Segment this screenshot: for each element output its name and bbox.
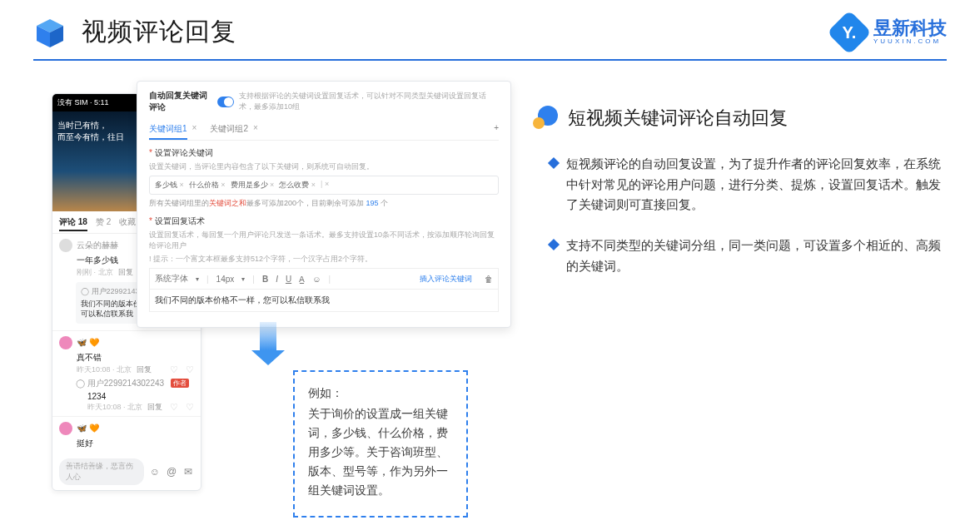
add-group-button[interactable]: +	[494, 120, 499, 140]
like-icon[interactable]: ♡ ♡	[170, 364, 194, 375]
delete-icon[interactable]: 🗑	[485, 275, 493, 284]
editor-toolbar: 系统字体▾ | 14px▾ | B I U A̲ ☺ | 插入评论关键词 🗑	[149, 268, 499, 290]
author-badge: 作者	[171, 379, 189, 388]
tab-group1[interactable]: 关键词组1	[149, 120, 187, 140]
example-box: 例如： 关于询价的设置成一组关键词，多少钱、什么价格，费用多少等。关于咨询班型、…	[293, 370, 468, 518]
comment-meta: 昨天10:08 · 北京	[77, 364, 132, 375]
arrow-down-icon	[251, 322, 285, 365]
brand-name: 昱新科技	[873, 19, 947, 37]
close-icon[interactable]: ×	[192, 120, 197, 140]
reply-user: 用户2299214302243	[87, 379, 164, 388]
right-column: 短视频关键词评论自动回复 短视频评论的自动回复设置，为了提升作者的评论回复效率，…	[533, 81, 947, 505]
underline-icon[interactable]: U	[286, 275, 291, 284]
brand-sub: YUUXIN.COM	[873, 37, 947, 45]
tab-group2[interactable]: 关键词组2	[210, 120, 248, 140]
comment-item: 🦋 🧡 挺好	[52, 417, 201, 453]
bullet-text: 支持不同类型的关键词分组，同一类问题，可设置多个相近的、高频的关键词。	[566, 235, 947, 276]
page-title: 视频评论回复	[82, 15, 236, 49]
keyword-count-hint: 所有关键词组里的关键词之和最多可添加200个，目前剩余可添加 195 个	[149, 198, 499, 209]
video-caption: 当时已有情， 而至今有情，往日	[57, 120, 124, 143]
bubble-icon	[533, 106, 558, 131]
left-illustration: 没有 SIM · 5:11••• 当时已有情， 而至今有情，往日 评论 18 赞…	[33, 81, 500, 505]
like-icon[interactable]: ♡ ♡	[170, 402, 194, 413]
diamond-icon	[548, 157, 560, 169]
section-heading: 短视频关键词评论自动回复	[533, 106, 947, 131]
send-icon[interactable]: ✉	[182, 466, 194, 478]
comment-user: 🦋 🧡	[77, 424, 99, 433]
comment-item: 🦋 🧡 真不错 昨天10:08 · 北京回复♡ ♡ ◯ 用户2299214302…	[52, 331, 201, 417]
auto-reply-toggle[interactable]	[217, 97, 234, 107]
keyword-tag[interactable]: 什么价格	[189, 180, 226, 191]
tab-favorites[interactable]: 收藏	[119, 216, 136, 231]
reply-link[interactable]: 回复	[147, 402, 162, 413]
avatar	[59, 422, 72, 435]
comment-text: 挺好	[77, 438, 194, 449]
avatar	[59, 336, 72, 349]
keyword-group-tabs: 关键词组1× 关键词组2× +	[149, 120, 499, 141]
cube-icon	[33, 16, 67, 49]
diamond-icon	[548, 239, 560, 250]
emoji-icon[interactable]: ☺	[312, 275, 321, 284]
comment-meta: 刚刚 · 北京	[77, 267, 113, 278]
reply-text-input[interactable]: 我们不同的版本价格不一样，您可以私信联系我	[149, 290, 499, 312]
keyword-tag[interactable]: 费用是多少	[231, 180, 275, 191]
section-title: 设置评论关键词	[149, 147, 499, 159]
italic-icon[interactable]: I	[276, 275, 278, 284]
example-heading: 例如：	[308, 384, 453, 403]
section-hint: 设置回复话术，每回复一个用户评论只发送一条话术。最多支持设置10条不同话术，按添…	[149, 230, 499, 251]
comment-input-bar: 善语结善缘，恶言伤人心 ☺ @ ✉	[52, 453, 201, 490]
comment-user: 云朵的赫赫	[77, 240, 118, 251]
bullet-text: 短视频评论的自动回复设置，为了提升作者的评论回复效率，在系统中针对常见的评论用户…	[566, 154, 947, 215]
tip-text: ! 提示：一个富文本框最多支持512个字符，一个汉字占用2个字符。	[149, 254, 499, 265]
section-title: 设置回复话术	[149, 215, 499, 227]
page-header: 视频评论回复 Y. 昱新科技 YUUXIN.COM	[0, 0, 980, 59]
color-icon[interactable]: A̲	[299, 275, 305, 284]
keyword-tag[interactable]: 多少钱	[155, 180, 184, 191]
font-select[interactable]: 系统字体	[155, 273, 188, 285]
close-icon[interactable]: ×	[253, 120, 258, 140]
auto-reply-label: 自动回复关键词评论	[149, 90, 212, 113]
tag-cursor: |	[321, 180, 329, 191]
header-rule	[33, 59, 947, 61]
reply-link[interactable]: 回复	[137, 364, 152, 375]
reply-text: 1234	[87, 392, 194, 401]
phone-status-text: 没有 SIM · 5:11	[57, 97, 109, 108]
comment-input[interactable]: 善语结善缘，恶言伤人心	[59, 458, 144, 485]
bullet-item: 支持不同类型的关键词分组，同一类问题，可设置多个相近的、高频的关键词。	[533, 235, 947, 276]
keyword-tag[interactable]: 怎么收费	[279, 180, 316, 191]
section-hint: 设置关键词，当评论里内容包含了以下关键词，则系统可自动回复。	[149, 161, 499, 172]
section-title: 短视频关键词评论自动回复	[568, 106, 788, 131]
avatar	[59, 239, 72, 252]
bullet-item: 短视频评论的自动回复设置，为了提升作者的评论回复效率，在系统中针对常见的评论用户…	[533, 154, 947, 215]
tab-likes[interactable]: 赞 2	[96, 216, 111, 231]
brand-mark-icon: Y.	[827, 10, 872, 55]
reply-link[interactable]: 回复	[118, 267, 133, 278]
size-select[interactable]: 14px	[216, 275, 235, 284]
tab-comments[interactable]: 评论 18	[59, 216, 87, 231]
comment-text: 真不错	[77, 352, 194, 364]
example-body: 关于询价的设置成一组关键词，多少钱、什么价格，费用多少等。关于咨询班型、版本、型…	[308, 404, 453, 500]
auto-reply-hint: 支持根据评论的关键词设置回复话术，可以针对不同类型关键词设置回复话术，最多添加1…	[239, 91, 499, 112]
comment-user: 🦋 🧡	[77, 338, 99, 347]
emoji-icon[interactable]: ☺	[149, 466, 161, 478]
at-icon[interactable]: @	[166, 466, 177, 478]
comment-meta: 昨天10:08 · 北京	[87, 402, 142, 413]
config-panel: 自动回复关键词评论 支持根据评论的关键词设置回复话术，可以针对不同类型关键词设置…	[137, 81, 511, 328]
bold-icon[interactable]: B	[262, 275, 268, 284]
brand-logo: Y. 昱新科技 YUUXIN.COM	[833, 17, 947, 48]
insert-keyword-button[interactable]: 插入评论关键词	[420, 274, 472, 285]
keyword-tags-input[interactable]: 多少钱 什么价格 费用是多少 怎么收费 |	[149, 176, 499, 195]
